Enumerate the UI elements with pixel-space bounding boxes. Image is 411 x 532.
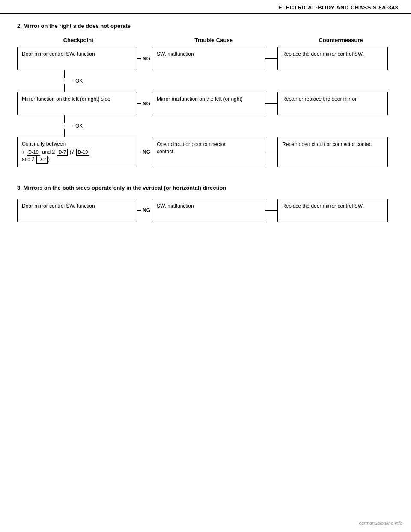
ok-text-row-1: OK (64, 78, 83, 84)
diagram-headers: Checkpoint Trouble Cause Countermeasure (17, 37, 394, 43)
line-s3-1b (265, 210, 277, 211)
flow-diagram-3: Door mirror control SW. function NG SW. … (17, 199, 394, 222)
ok-section-2: OK (64, 115, 394, 137)
section-2: 2. Mirror on the right side does not ope… (17, 23, 394, 167)
inline-d19-1: D-19 (27, 149, 40, 156)
checkpoint-box-1: Door mirror control SW. function (17, 47, 137, 70)
cause-line1: Open circuit or poor connector (157, 141, 261, 148)
flow-row-2: Mirror function on the left (or right) s… (17, 92, 394, 115)
ok-vert-3 (64, 115, 65, 123)
ng-label-1: NG (141, 56, 152, 62)
arrow-1 (265, 58, 277, 59)
checkpoint-line3: and 2 D-2) (22, 156, 132, 163)
ok-text-1: OK (75, 78, 83, 84)
ok-text-row-2: OK (64, 123, 83, 129)
cause-line2: contact (157, 148, 261, 155)
ng-connector-2: NG (137, 101, 152, 107)
inline-d19-2: D-19 (76, 149, 90, 156)
header-countermeasure: Countermeasure (288, 37, 394, 43)
section-2-title: 2. Mirror on the right side does not ope… (17, 23, 394, 29)
ok-vert-1 (64, 70, 65, 78)
section-3: 3. Mirrors on the both sides operate onl… (17, 185, 394, 222)
cause-box-3-1: SW. malfunction (152, 199, 265, 222)
flow-diagram-2: Door mirror control SW. function NG SW. … (17, 47, 394, 167)
cause-box-1: SW. malfunction (152, 47, 265, 70)
checkpoint-box-3-1: Door mirror control SW. function (17, 199, 137, 222)
ok-horiz-1 (64, 81, 73, 81)
line-2a (137, 103, 141, 104)
line-1b (265, 58, 277, 59)
flow-row-3: Continuity between 7 D-19 and 2 D-7 (7 D… (17, 137, 394, 167)
line-3b (265, 152, 277, 152)
flow-row-1: Door mirror control SW. function NG SW. … (17, 47, 394, 70)
section-3-title: 3. Mirrors on the both sides operate onl… (17, 185, 394, 191)
inline-d2: D-2 (36, 156, 48, 163)
cause-box-2: Mirror malfunction on the left (or right… (152, 92, 265, 115)
counter-box-3: Repair open circuit or connector contact (277, 137, 388, 167)
ng-label-3: NG (141, 149, 152, 155)
checkpoint-box-3: Continuity between 7 D-19 and 2 D-7 (7 D… (17, 137, 137, 167)
checkpoint-box-2: Mirror function on the left (or right) s… (17, 92, 137, 115)
ok-text-2: OK (75, 123, 83, 129)
ng-connector-3: NG (137, 149, 152, 155)
checkpoint-line1: Continuity between (22, 140, 132, 148)
page-header: ELECTRICAL-BODY AND CHASSIS 8A-343 (0, 0, 411, 14)
ok-horiz-2 (64, 126, 73, 126)
inline-d7: D-7 (57, 149, 68, 156)
flow-row-3-1: Door mirror control SW. function NG SW. … (17, 199, 394, 222)
ok-vert2-1 (64, 84, 65, 92)
counter-box-2: Repair or replace the door mirror (277, 92, 388, 115)
line-3a (137, 152, 141, 152)
header-checkpoint: Checkpoint (17, 37, 140, 43)
header-trouble-cause: Trouble Cause (152, 37, 275, 43)
line-1a (137, 58, 141, 59)
ok-section-1: OK (64, 70, 394, 92)
line-s3-1a (137, 210, 141, 211)
ok-vert2-2 (64, 129, 65, 137)
ng-connector-1: NG (137, 56, 152, 62)
line-2b (265, 103, 277, 104)
arrow-3-1 (265, 210, 277, 211)
counter-box-1: Replace the door mirror control SW. (277, 47, 388, 70)
ng-label-3-1: NG (141, 207, 152, 213)
cause-box-3: Open circuit or poor connector contact (152, 137, 265, 167)
checkpoint-line2: 7 D-19 and 2 D-7 (7 D-19 (22, 149, 132, 156)
ng-label-2: NG (141, 101, 152, 107)
arrow-3 (265, 152, 277, 152)
watermark: carmanualonline.info (359, 520, 402, 526)
ng-connector-3-1: NG (137, 207, 152, 213)
counter-box-3-1: Replace the door mirror control SW. (277, 199, 388, 222)
arrow-2 (265, 103, 277, 104)
